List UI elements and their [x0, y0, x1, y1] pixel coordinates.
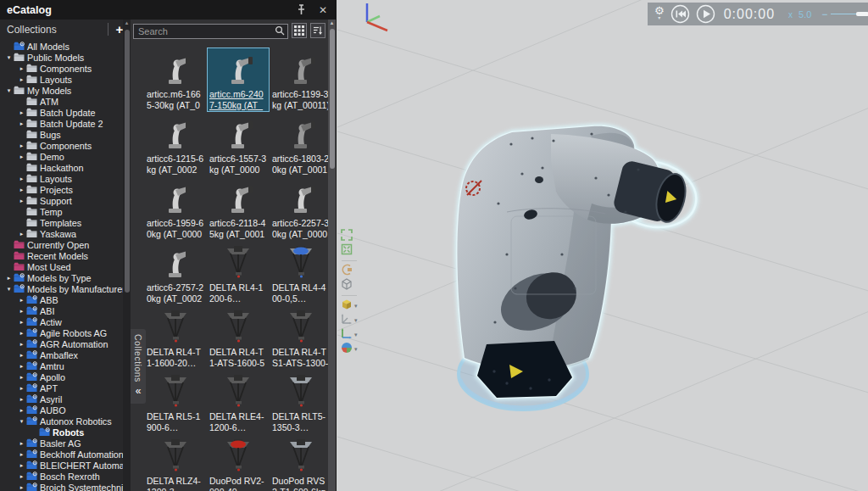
catalog-item[interactable]: DELTA RL4-400-0,5…	[270, 242, 331, 304]
tree-item-all-models[interactable]: All Models	[0, 41, 131, 52]
tree-item-layouts[interactable]: ▸Layouts	[0, 74, 131, 85]
tree-item-abb[interactable]: ▸ABB	[0, 294, 131, 305]
tree-item-batch-update-2[interactable]: ▸Batch Update 2	[0, 118, 131, 129]
tree-item-models-by-type[interactable]: ▸Models by Type	[0, 272, 131, 283]
catalog-item[interactable]: articc6-2757-20kg (AT_00028)	[145, 242, 206, 304]
collapsed-arrow-icon[interactable]: ▸	[17, 65, 26, 72]
speed-decrease-button[interactable]: −	[821, 8, 827, 20]
catalog-item[interactable]: articc6-1557-3kg (AT_00004)	[208, 113, 269, 176]
catalog-item[interactable]: articc6-1199-3kg (AT_00011)	[270, 48, 331, 111]
reset-button[interactable]	[670, 4, 690, 24]
catalog-item[interactable]: articc6-2257-30kg (AT_00006)	[270, 177, 331, 240]
scroll-up-icon[interactable]: ▲	[123, 20, 131, 25]
catalog-item[interactable]: articc.m6-2407-150kg (AT_0001…	[208, 48, 269, 111]
collapsed-arrow-icon[interactable]: ▸	[17, 473, 26, 480]
tree-item-robots[interactable]: Robots	[0, 427, 131, 438]
sort-button[interactable]	[310, 23, 326, 38]
dropdown-arrow-icon[interactable]: ▾	[354, 317, 358, 324]
3d-viewport[interactable]: ▾▾▾▾ ⚙ ▾ 0:00:00 x 5.0 −	[337, 0, 868, 491]
catalog-item[interactable]: DELTA RL4-T1-1600-20…	[145, 306, 206, 369]
dropdown-arrow-icon[interactable]: ▾	[354, 332, 358, 338]
expanded-arrow-icon[interactable]: ▾	[17, 418, 26, 425]
collapsed-arrow-icon[interactable]: ▸	[17, 109, 26, 116]
tree-item-most-used[interactable]: Most Used	[0, 261, 131, 272]
tree-item-basler-ag[interactable]: ▸Basler AG	[0, 438, 131, 449]
collapsed-arrow-icon[interactable]: ▸	[17, 462, 26, 469]
collapsed-arrow-icon[interactable]: ▸	[17, 76, 26, 83]
tree-item-components[interactable]: ▸Components	[0, 63, 131, 74]
catalog-item[interactable]: articc6-2118-45kg (AT_00010)	[208, 177, 269, 240]
tree-item-amtru[interactable]: ▸Amtru	[0, 360, 131, 371]
tree-item-templates[interactable]: Templates	[0, 217, 131, 228]
collapsed-arrow-icon[interactable]: ▸	[17, 440, 26, 447]
collapsed-arrow-icon[interactable]: ▸	[17, 341, 26, 348]
simulation-settings-button[interactable]: ⚙ ▾	[654, 7, 665, 22]
catalog-item[interactable]: DELTA RLT5-1350-3…	[270, 371, 331, 433]
tree-item-asyril[interactable]: ▸Asyril	[0, 393, 131, 405]
tree-item-bugs[interactable]: Bugs	[0, 129, 131, 140]
tree-item-yaskawa[interactable]: ▸Yaskawa	[0, 228, 131, 239]
catalog-item[interactable]: DELTA RL4-1200-6…	[208, 242, 269, 304]
tree-item-public-models[interactable]: ▾Public Models	[0, 52, 131, 63]
catalog-item[interactable]: articc6-1215-6kg (AT_00025)	[145, 113, 206, 176]
tree-item-apt[interactable]: ▸APT	[0, 382, 131, 393]
catalog-item[interactable]: DuoPod RVS2-T1-600-6kg (…	[270, 435, 331, 491]
collapsed-arrow-icon[interactable]: ▸	[17, 297, 26, 304]
tree-scrollbar-thumb[interactable]	[125, 30, 130, 293]
tree-item-support[interactable]: ▸Support	[0, 195, 131, 206]
collapsed-arrow-icon[interactable]: ▸	[4, 275, 14, 282]
expanded-arrow-icon[interactable]: ▾	[4, 87, 14, 94]
catalog-item[interactable]: DELTA RLZ4-1200-3…	[145, 435, 206, 491]
tree-item-autonox-robotics[interactable]: ▾Autonox Robotics	[0, 416, 131, 427]
collapsed-arrow-icon[interactable]: ▸	[17, 330, 26, 337]
collapsed-arrow-icon[interactable]: ▸	[17, 451, 26, 458]
tree-item-apollo[interactable]: ▸Apollo	[0, 371, 131, 382]
tree-item-actiw[interactable]: ▸Actiw	[0, 316, 131, 327]
collapsed-arrow-icon[interactable]: ▸	[17, 385, 26, 392]
tree-item-agile-robots-ag[interactable]: ▸Agile Robots AG	[0, 327, 131, 338]
tree-item-hackathon[interactable]: Hackathon	[0, 162, 131, 173]
pin-icon[interactable]	[296, 4, 307, 15]
tree-item-currently-open[interactable]: Currently Open	[0, 239, 131, 250]
catalog-item[interactable]: articc.m6-1665-30kg (AT_00026)	[145, 48, 206, 111]
collapsed-arrow-icon[interactable]: ▸	[17, 407, 26, 414]
tree-scrollbar[interactable]: ▲	[123, 20, 131, 491]
snap-axes-button[interactable]: ▾	[340, 327, 358, 342]
collapsed-arrow-icon[interactable]: ▸	[17, 187, 26, 193]
tree-item-projects[interactable]: ▸Projects	[0, 184, 131, 195]
frame-axes-button[interactable]: ▾	[340, 313, 358, 327]
collapsed-arrow-icon[interactable]: ▸	[17, 374, 26, 381]
tree-item-bosch-rexroth[interactable]: ▸Bosch Rexroth	[0, 471, 131, 482]
tree-item-ambaflex[interactable]: ▸Ambaflex	[0, 349, 131, 360]
tree-item-bleichert-automation[interactable]: ▸BLEICHERT Automation	[0, 460, 131, 471]
catalog-scrollbar-thumb[interactable]	[330, 29, 335, 169]
tree-item-demo[interactable]: ▸Demo	[0, 151, 131, 162]
tree-item-recent-models[interactable]: Recent Models	[0, 250, 131, 261]
tree-item-models-by-manufacturer[interactable]: ▾Models by Manufacturer	[0, 283, 131, 294]
tree-item-batch-update[interactable]: ▸Batch Update	[0, 107, 131, 118]
collapsed-arrow-icon[interactable]: ▸	[17, 142, 26, 149]
tree-item-temp[interactable]: Temp	[0, 206, 131, 217]
speed-slider-handle[interactable]	[856, 12, 868, 16]
catalog-item[interactable]: DELTA RLE4-1200-6…	[208, 371, 269, 433]
collapsed-arrow-icon[interactable]: ▸	[17, 176, 26, 182]
tree-item-my-models[interactable]: ▾My Models	[0, 85, 131, 96]
tree-item-atm[interactable]: ATM	[0, 96, 131, 107]
collapsed-arrow-icon[interactable]: ▸	[17, 484, 26, 491]
collections-collapsed-tab[interactable]: Collections «	[131, 329, 146, 404]
collapsed-arrow-icon[interactable]: ▸	[17, 352, 26, 359]
tree-item-broich-systemtechnik[interactable]: ▸Broich Systemtechnik	[0, 482, 131, 491]
tree-item-abi[interactable]: ▸ABI	[0, 305, 131, 316]
scroll-up-icon[interactable]: ▲	[328, 20, 336, 25]
render-mode-button[interactable]	[340, 264, 353, 278]
catalog-scrollbar[interactable]: ▲	[328, 20, 336, 491]
collapsed-arrow-icon[interactable]: ▸	[17, 231, 26, 237]
catalog-item[interactable]: articc6-1803-20kg (AT_00014)	[270, 113, 331, 176]
fill-view-button[interactable]	[340, 243, 353, 258]
tree-item-components[interactable]: ▸Components	[0, 140, 131, 151]
tree-item-aubo[interactable]: ▸AUBO	[0, 405, 131, 416]
collapsed-arrow-icon[interactable]: ▸	[17, 120, 26, 127]
wireframe-cube-button[interactable]	[340, 278, 353, 293]
robot-model[interactable]	[337, 0, 868, 491]
collapsed-arrow-icon[interactable]: ▸	[17, 396, 26, 403]
